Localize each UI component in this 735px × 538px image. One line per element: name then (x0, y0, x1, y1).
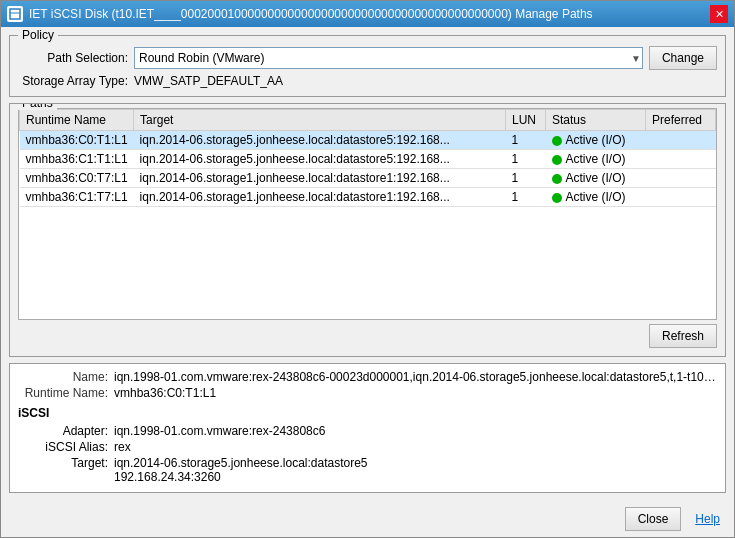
detail-alias-label: iSCSI Alias: (18, 440, 108, 454)
table-row[interactable]: vmhba36:C0:T1:L1iqn.2014-06.storage5.jon… (20, 131, 716, 150)
detail-target-address: 192.168.24.34:3260 (114, 470, 368, 484)
cell-target: iqn.2014-06.storage1.jonheese.local:data… (134, 169, 506, 188)
detail-iscsi-title: iSCSI (18, 406, 717, 420)
detail-alias-row: iSCSI Alias: rex (18, 440, 717, 454)
cell-target: iqn.2014-06.storage5.jonheese.local:data… (134, 131, 506, 150)
refresh-button[interactable]: Refresh (649, 324, 717, 348)
window-body: Policy Path Selection: Round Robin (VMwa… (1, 27, 734, 501)
detail-runtime-row: Runtime Name: vmhba36:C0:T1:L1 (18, 386, 717, 400)
detail-target-values: iqn.2014-06.storage5.jonheese.local:data… (114, 456, 368, 484)
close-button[interactable]: Close (625, 507, 682, 531)
cell-lun: 1 (506, 131, 546, 150)
path-selection-row: Path Selection: Round Robin (VMware) ▼ C… (18, 46, 717, 70)
footer: Close Help (1, 501, 734, 537)
refresh-row: Refresh (18, 320, 717, 348)
window-icon (7, 6, 23, 22)
detail-box: Name: iqn.1998-01.com.vmware:rex-243808c… (9, 363, 726, 493)
path-selection-dropdown-wrapper: Round Robin (VMware) ▼ (134, 47, 643, 69)
cell-runtime-name: vmhba36:C0:T1:L1 (20, 131, 134, 150)
detail-runtime-label: Runtime Name: (18, 386, 108, 400)
storage-array-label: Storage Array Type: (18, 74, 128, 88)
cell-status: Active (I/O) (546, 169, 646, 188)
detail-name-value: iqn.1998-01.com.vmware:rex-243808c6-0002… (114, 370, 717, 384)
path-selection-label: Path Selection: (18, 51, 128, 65)
cell-status: Active (I/O) (546, 188, 646, 207)
col-header-runtime: Runtime Name (20, 110, 134, 131)
cell-preferred (646, 188, 716, 207)
detail-target-row: Target: iqn.2014-06.storage5.jonheese.lo… (18, 456, 717, 484)
storage-array-row: Storage Array Type: VMW_SATP_DEFAULT_AA (18, 74, 717, 88)
col-header-target: Target (134, 110, 506, 131)
policy-group: Policy Path Selection: Round Robin (VMwa… (9, 35, 726, 97)
paths-table: Runtime Name Target LUN Status Preferred… (19, 109, 716, 207)
col-header-lun: LUN (506, 110, 546, 131)
title-bar: IET iSCSI Disk (t10.IET____0002000100000… (1, 1, 734, 27)
cell-lun: 1 (506, 150, 546, 169)
policy-group-label: Policy (18, 28, 58, 42)
table-row[interactable]: vmhba36:C1:T7:L1iqn.2014-06.storage1.jon… (20, 188, 716, 207)
detail-adapter-value: iqn.1998-01.com.vmware:rex-243808c6 (114, 424, 325, 438)
table-row[interactable]: vmhba36:C1:T1:L1iqn.2014-06.storage5.jon… (20, 150, 716, 169)
paths-group: Paths Runtime Name Target LUN Status Pre… (9, 103, 726, 357)
main-window: IET iSCSI Disk (t10.IET____0002000100000… (0, 0, 735, 538)
cell-status: Active (I/O) (546, 131, 646, 150)
close-title-button[interactable]: ✕ (710, 5, 728, 23)
cell-target: iqn.2014-06.storage5.jonheese.local:data… (134, 150, 506, 169)
window-title: IET iSCSI Disk (t10.IET____0002000100000… (29, 7, 593, 21)
detail-alias-value: rex (114, 440, 131, 454)
cell-lun: 1 (506, 188, 546, 207)
cell-target: iqn.2014-06.storage1.jonheese.local:data… (134, 188, 506, 207)
cell-runtime-name: vmhba36:C1:T7:L1 (20, 188, 134, 207)
paths-table-wrapper[interactable]: Runtime Name Target LUN Status Preferred… (18, 108, 717, 320)
cell-lun: 1 (506, 169, 546, 188)
title-bar-left: IET iSCSI Disk (t10.IET____0002000100000… (7, 6, 593, 22)
cell-status: Active (I/O) (546, 150, 646, 169)
cell-preferred (646, 131, 716, 150)
help-button[interactable]: Help (689, 507, 726, 531)
table-row[interactable]: vmhba36:C0:T7:L1iqn.2014-06.storage1.jon… (20, 169, 716, 188)
detail-target-value: iqn.2014-06.storage5.jonheese.local:data… (114, 456, 368, 470)
detail-runtime-value: vmhba36:C0:T1:L1 (114, 386, 717, 400)
status-active-icon (552, 136, 562, 146)
cell-preferred (646, 169, 716, 188)
status-active-icon (552, 193, 562, 203)
status-active-icon (552, 155, 562, 165)
detail-target-label: Target: (18, 456, 108, 484)
svg-rect-0 (10, 9, 20, 19)
cell-preferred (646, 150, 716, 169)
detail-name-row: Name: iqn.1998-01.com.vmware:rex-243808c… (18, 370, 717, 384)
status-active-icon (552, 174, 562, 184)
detail-adapter-label: Adapter: (18, 424, 108, 438)
detail-adapter-row: Adapter: iqn.1998-01.com.vmware:rex-2438… (18, 424, 717, 438)
storage-array-value: VMW_SATP_DEFAULT_AA (134, 74, 283, 88)
paths-group-label: Paths (18, 103, 57, 110)
path-selection-select[interactable]: Round Robin (VMware) (134, 47, 643, 69)
cell-runtime-name: vmhba36:C0:T7:L1 (20, 169, 134, 188)
detail-name-label: Name: (18, 370, 108, 384)
cell-runtime-name: vmhba36:C1:T1:L1 (20, 150, 134, 169)
col-header-status: Status (546, 110, 646, 131)
change-button[interactable]: Change (649, 46, 717, 70)
col-header-preferred: Preferred (646, 110, 716, 131)
